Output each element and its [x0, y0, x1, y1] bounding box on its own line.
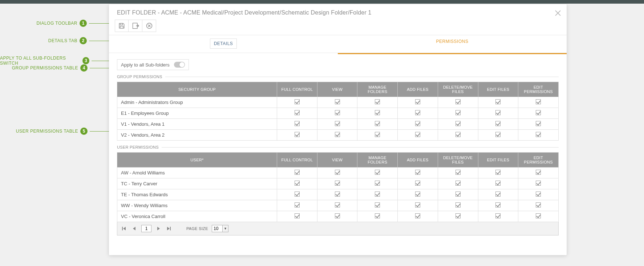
cancel-icon[interactable]: [142, 20, 156, 32]
checkbox[interactable]: [295, 99, 300, 104]
checkbox[interactable]: [335, 181, 340, 186]
checkbox[interactable]: [335, 110, 340, 115]
perm-cell: [317, 97, 357, 108]
checkbox[interactable]: [455, 170, 461, 175]
page-input[interactable]: [141, 225, 151, 232]
checkbox[interactable]: [295, 170, 300, 175]
checkbox[interactable]: [375, 213, 380, 218]
checkbox[interactable]: [415, 99, 420, 104]
save-close-icon[interactable]: [129, 20, 142, 32]
page-size-input[interactable]: [212, 225, 223, 232]
perm-cell: [317, 130, 357, 141]
checkbox[interactable]: [495, 192, 501, 197]
col-add: ADD FILES: [398, 153, 438, 168]
checkbox[interactable]: [495, 99, 501, 104]
tab-details[interactable]: DETAILS: [109, 35, 338, 53]
checkbox[interactable]: [536, 213, 541, 218]
checkbox[interactable]: [415, 121, 420, 126]
checkbox[interactable]: [295, 121, 300, 126]
user-permissions-section: USER PERMISSIONS USER* FULL CONTROL VIEW…: [117, 145, 559, 235]
checkbox[interactable]: [295, 213, 300, 218]
perm-cell: [518, 200, 559, 211]
checkbox[interactable]: [335, 121, 340, 126]
checkbox[interactable]: [415, 110, 420, 115]
close-icon[interactable]: [554, 9, 562, 18]
checkbox[interactable]: [375, 121, 380, 126]
checkbox[interactable]: [536, 170, 541, 175]
checkbox[interactable]: [495, 213, 501, 218]
checkbox[interactable]: [455, 110, 461, 115]
checkbox[interactable]: [495, 202, 501, 207]
perm-cell: [317, 108, 357, 119]
checkbox[interactable]: [536, 181, 541, 186]
checkbox[interactable]: [335, 202, 340, 207]
tab-permissions[interactable]: PERMISSIONS: [338, 35, 567, 53]
perm-cell: [277, 200, 317, 211]
checkbox[interactable]: [415, 132, 420, 137]
checkbox[interactable]: [375, 170, 380, 175]
callout-1-label: DIALOG TOOLBAR: [36, 21, 77, 26]
page-size-dropdown-icon[interactable]: ▼: [223, 225, 228, 232]
checkbox[interactable]: [295, 202, 300, 207]
svg-marker-11: [157, 227, 160, 230]
last-page-icon[interactable]: [165, 225, 172, 232]
callout-4-label: GROUP PERMISSIONS TABLE: [12, 65, 78, 70]
checkbox[interactable]: [415, 213, 420, 218]
perm-cell: [317, 211, 357, 222]
checkbox[interactable]: [335, 99, 340, 104]
checkbox[interactable]: [536, 192, 541, 197]
checkbox[interactable]: [455, 99, 461, 104]
dialog-toolbar: [109, 18, 567, 35]
checkbox[interactable]: [335, 170, 340, 175]
perm-cell: [438, 97, 478, 108]
checkbox[interactable]: [536, 110, 541, 115]
checkbox[interactable]: [335, 213, 340, 218]
checkbox[interactable]: [295, 192, 300, 197]
perm-cell: [277, 130, 317, 141]
checkbox[interactable]: [495, 170, 501, 175]
callout-1-num: 1: [80, 20, 87, 27]
checkbox[interactable]: [495, 132, 501, 137]
checkbox[interactable]: [375, 132, 380, 137]
checkbox[interactable]: [495, 121, 501, 126]
perm-cell: [357, 168, 398, 178]
checkbox[interactable]: [415, 192, 420, 197]
checkbox[interactable]: [536, 99, 541, 104]
checkbox[interactable]: [495, 110, 501, 115]
checkbox[interactable]: [536, 121, 541, 126]
checkbox[interactable]: [295, 181, 300, 186]
save-icon[interactable]: [115, 20, 129, 32]
checkbox[interactable]: [375, 202, 380, 207]
checkbox[interactable]: [335, 132, 340, 137]
checkbox[interactable]: [455, 181, 461, 186]
checkbox[interactable]: [335, 192, 340, 197]
checkbox[interactable]: [536, 202, 541, 207]
callout-4-num: 4: [80, 64, 88, 72]
prev-page-icon[interactable]: [131, 225, 138, 232]
checkbox[interactable]: [455, 202, 461, 207]
checkbox[interactable]: [536, 132, 541, 137]
checkbox[interactable]: [375, 192, 380, 197]
checkbox[interactable]: [375, 181, 380, 186]
checkbox[interactable]: [415, 170, 420, 175]
checkbox[interactable]: [495, 181, 501, 186]
first-page-icon[interactable]: [121, 225, 127, 232]
checkbox[interactable]: [375, 110, 380, 115]
next-page-icon[interactable]: [155, 225, 162, 232]
group-permissions-title: GROUP PERMISSIONS: [117, 74, 559, 79]
checkbox[interactable]: [415, 181, 420, 186]
checkbox[interactable]: [375, 99, 380, 104]
apply-subfolders-toggle[interactable]: [174, 62, 185, 68]
perm-cell: [518, 168, 559, 178]
checkbox[interactable]: [455, 132, 461, 137]
col-edit: EDIT FILES: [478, 153, 518, 168]
checkbox[interactable]: [455, 213, 461, 218]
perm-cell: [357, 119, 398, 130]
checkbox[interactable]: [455, 192, 461, 197]
checkbox[interactable]: [455, 121, 461, 126]
perm-cell: [277, 178, 317, 189]
checkbox[interactable]: [295, 110, 300, 115]
page-size-label: PAGE SIZE: [186, 226, 208, 231]
checkbox[interactable]: [295, 132, 300, 137]
checkbox[interactable]: [415, 202, 420, 207]
